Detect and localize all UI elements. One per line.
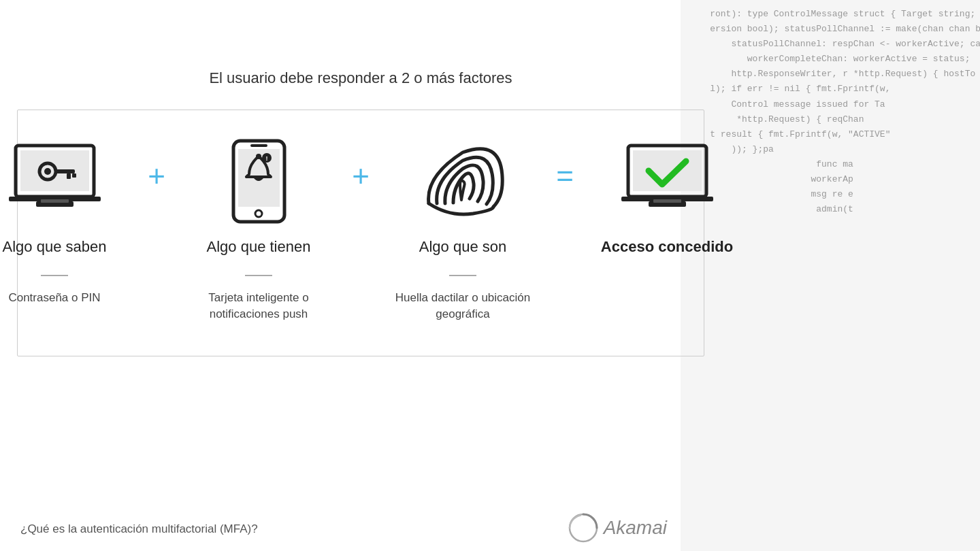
svg-text:!: ! [265, 155, 267, 162]
akamai-logo-icon [567, 512, 600, 544]
laptop-key-icon-wrap [3, 137, 105, 226]
code-background: ront): type ControlMessage struct { Targ… [681, 0, 980, 551]
akamai-logo: Akamai [567, 512, 667, 544]
factor-possession-title: Algo que tienen [207, 238, 311, 256]
plus-operator-2: + [333, 137, 388, 191]
factor-possession-divider [245, 275, 272, 276]
svg-rect-5 [67, 173, 71, 179]
laptop-key-icon [5, 142, 104, 220]
fingerprint-icon-wrap [412, 137, 514, 226]
laptop-check-icon-wrap [616, 137, 718, 226]
bottom-question: ¿Qué es la autenticación multifactorial … [20, 522, 258, 536]
plus-sign-1: + [148, 161, 165, 191]
laptop-check-icon [618, 142, 717, 220]
factor-knowledge: Algo que saben Contraseña o PIN [0, 137, 129, 306]
svg-rect-18 [633, 150, 702, 191]
plus-operator-1: + [129, 137, 184, 191]
svg-point-13 [255, 210, 262, 217]
factor-inherence-divider [449, 275, 476, 276]
factor-knowledge-divider [41, 275, 68, 276]
main-content: El usuario debe responder a 2 o más fact… [0, 0, 721, 551]
factor-possession: ! Algo que tienen Tarjeta inteligente o … [184, 137, 333, 322]
svg-rect-12 [250, 144, 267, 147]
svg-rect-9 [41, 199, 69, 203]
svg-rect-21 [653, 199, 681, 203]
result-title: Acceso concedido [601, 238, 733, 256]
svg-rect-6 [72, 173, 76, 178]
plus-sign-2: + [352, 161, 370, 191]
factor-possession-subtitle: Tarjeta inteligente o notificaciones pus… [184, 290, 333, 322]
svg-point-14 [256, 154, 261, 159]
equals-sign: = [556, 161, 574, 191]
result-access: Acceso concedido [592, 137, 742, 275]
svg-rect-4 [54, 169, 75, 173]
header-label: El usuario debe responder a 2 o más fact… [209, 68, 512, 89]
svg-point-3 [44, 168, 51, 175]
equals-operator: = [538, 137, 592, 191]
akamai-brand-name: Akamai [604, 517, 667, 539]
phone-bell-icon: ! [230, 139, 288, 224]
factor-knowledge-subtitle: Contraseña o PIN [8, 290, 100, 306]
factor-inherence: Algo que son Huella dactilar o ubicación… [388, 137, 538, 322]
mfa-box: Algo que saben Contraseña o PIN + [17, 110, 704, 357]
factor-inherence-subtitle: Huella dactilar o ubicación geográfica [388, 290, 538, 322]
factor-inherence-title: Algo que son [419, 238, 506, 256]
factor-knowledge-title: Algo que saben [3, 238, 107, 256]
phone-bell-icon-wrap: ! [208, 137, 310, 226]
fingerprint-icon [419, 142, 507, 220]
